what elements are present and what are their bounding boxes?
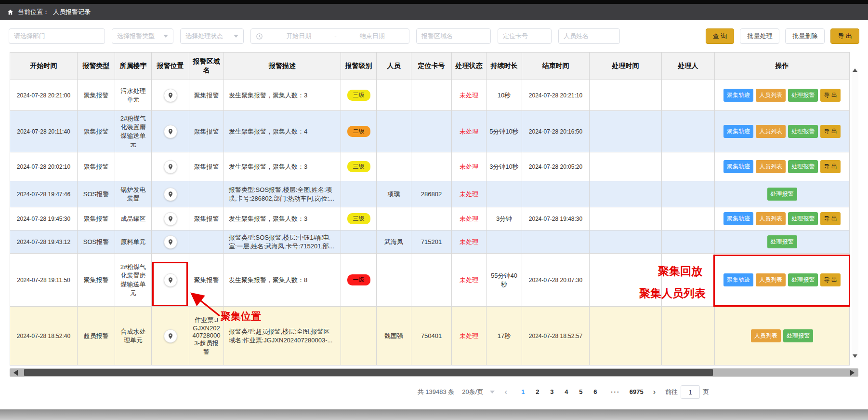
action-track-button[interactable]: 聚集轨迹 (723, 125, 753, 138)
table-row: 2024-07-28 19:43:12SOS报警原料单元报警类型:SOS报警,楼… (10, 230, 850, 254)
row-actions: 处理报警 (718, 235, 846, 248)
cell-processor (662, 80, 715, 111)
location-pin-icon[interactable] (164, 235, 177, 249)
batch-delete-button[interactable]: 批量删除 (785, 28, 825, 44)
column-header: 所属楼宇 (115, 53, 152, 80)
person-name-input[interactable]: 人员姓名 (558, 28, 620, 44)
alarm-type-select[interactable]: 选择报警类型 (112, 28, 173, 44)
card-number-input[interactable]: 定位卡号 (498, 28, 552, 44)
last-page-number[interactable]: 6975 (630, 386, 644, 398)
area-name-input[interactable]: 报警区域名 (416, 28, 491, 44)
end-date-placeholder: 结束日期 (341, 32, 404, 41)
cell-area-name: 聚集报警 (189, 254, 224, 307)
action-list-button[interactable]: 人员列表 (751, 329, 781, 342)
action-handle-button[interactable]: 处理报警 (767, 188, 797, 201)
status-text: 未处理 (460, 215, 478, 222)
cell-process-status: 未处理 (452, 254, 487, 307)
action-list-button[interactable]: 人员列表 (756, 125, 786, 138)
action-export-button[interactable]: 导 出 (820, 125, 840, 138)
page-number[interactable]: 6 (589, 386, 602, 398)
action-export-button[interactable]: 导 出 (820, 273, 840, 286)
row-actions: 处理报警 (718, 188, 846, 201)
home-icon[interactable] (7, 9, 14, 16)
scroll-left-icon[interactable] (13, 370, 18, 376)
action-track-button[interactable]: 聚集轨迹 (723, 273, 753, 286)
location-pin-icon[interactable] (164, 89, 177, 102)
breadcrumb-location-label: 当前位置： (18, 8, 49, 16)
date-range-picker[interactable]: 开始日期 - 结束日期 (250, 28, 409, 44)
table-row: 2024-07-28 19:45:30聚集报警成品罐区聚集报警发生聚集报警，聚集… (10, 207, 850, 230)
cell-building: 2#粉煤气化装置磨煤输送单元 (115, 111, 152, 152)
page-number[interactable]: 2 (531, 386, 544, 398)
process-status-placeholder: 选择处理状态 (185, 32, 223, 41)
location-pin-icon[interactable] (164, 212, 177, 226)
action-list-button[interactable]: 人员列表 (756, 273, 786, 286)
action-list-button[interactable]: 人员列表 (756, 160, 786, 173)
cell-card-number (411, 254, 452, 307)
scroll-right-icon[interactable] (850, 370, 855, 376)
horizontal-scrollbar-thumb[interactable] (24, 369, 713, 376)
area-name-placeholder: 报警区域名 (421, 32, 453, 41)
row-actions: 聚集轨迹人员列表处理报警导 出 (718, 212, 846, 225)
action-handle-button[interactable]: 处理报警 (783, 329, 813, 342)
location-pin-icon[interactable] (164, 188, 177, 201)
process-status-select[interactable]: 选择处理状态 (180, 28, 244, 44)
location-pin-icon[interactable] (164, 125, 177, 138)
action-handle-button[interactable]: 处理报警 (788, 273, 818, 286)
action-handle-button[interactable]: 处理报警 (788, 212, 818, 225)
query-button[interactable]: 查 询 (706, 28, 735, 44)
table-row: 2024-07-28 18:52:40超员报警合成水处理单元作业票:JGJXN2… (10, 307, 850, 366)
page-size-select[interactable]: 20条/页 (462, 388, 495, 396)
horizontal-scrollbar[interactable] (10, 368, 858, 377)
action-track-button[interactable]: 聚集轨迹 (723, 212, 753, 225)
page-ellipsis[interactable]: ··· (609, 386, 622, 398)
cell-duration: 3分钟10秒 (487, 152, 522, 181)
cell-processor (662, 181, 715, 207)
prev-page-button[interactable]: ‹ (502, 388, 509, 396)
goto-page-input[interactable] (681, 385, 700, 399)
cell-start-time: 2024-07-28 20:21:00 (10, 80, 78, 111)
column-header: 报警描述 (224, 53, 341, 80)
page-number[interactable]: 4 (560, 386, 573, 398)
action-track-button[interactable]: 聚集轨迹 (723, 160, 753, 173)
action-handle-button[interactable]: 处理报警 (767, 235, 797, 248)
action-export-button[interactable]: 导 出 (820, 89, 840, 102)
cell-duration: 3分钟 (487, 207, 522, 230)
action-export-button[interactable]: 导 出 (820, 212, 840, 225)
action-handle-button[interactable]: 处理报警 (788, 89, 818, 102)
scroll-down-icon[interactable] (853, 354, 857, 358)
next-page-button[interactable]: › (651, 388, 658, 396)
batch-process-button[interactable]: 批量处理 (740, 28, 779, 44)
location-pin-icon[interactable] (164, 160, 177, 174)
status-text: 未处理 (460, 128, 478, 135)
cell-processor (662, 152, 715, 181)
cell-person: 项璞 (377, 181, 411, 207)
vertical-scrollbar[interactable] (852, 68, 858, 358)
breadcrumb: 当前位置： 人员报警记录 (0, 4, 868, 20)
row-actions: 聚集轨迹人员列表处理报警导 出 (718, 160, 846, 173)
bottom-chrome-strip (0, 409, 868, 420)
cell-description: 报警类型:SOS报警,楼层:全图,姓名:项璞,卡号:286802,部门:热动车间… (224, 181, 341, 207)
action-list-button[interactable]: 人员列表 (756, 212, 786, 225)
action-export-button[interactable]: 导 出 (820, 160, 840, 173)
page-number[interactable]: 1 (517, 386, 529, 398)
action-track-button[interactable]: 聚集轨迹 (723, 89, 753, 102)
action-handle-button[interactable]: 处理报警 (788, 125, 818, 138)
export-button[interactable]: 导 出 (830, 28, 859, 44)
column-header: 报警类型 (78, 53, 115, 80)
scroll-up-icon[interactable] (853, 68, 857, 72)
cell-area-name (189, 230, 224, 254)
cell-process-time (590, 307, 662, 366)
location-pin-icon[interactable] (164, 329, 177, 343)
location-pin-icon[interactable] (164, 273, 177, 287)
cell-duration (487, 181, 522, 207)
action-list-button[interactable]: 人员列表 (756, 89, 786, 102)
department-select[interactable]: 请选择部门 (9, 28, 105, 44)
cell-building: 成品罐区 (115, 207, 152, 230)
page-number[interactable]: 5 (575, 386, 587, 398)
cell-start-time: 2024-07-28 20:11:40 (10, 111, 78, 152)
action-handle-button[interactable]: 处理报警 (788, 160, 818, 173)
page-number[interactable]: 3 (546, 386, 558, 398)
chevron-down-icon (163, 35, 168, 38)
cell-card-number (411, 111, 452, 152)
